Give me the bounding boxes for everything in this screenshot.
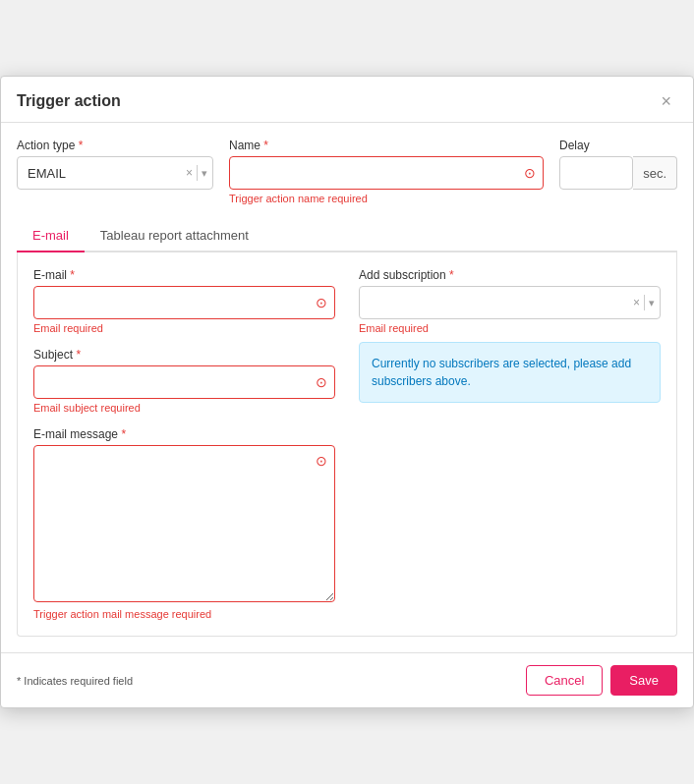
delay-unit: sec. [633, 156, 677, 190]
email-input-wrapper: ⊙ [33, 286, 335, 319]
action-type-select[interactable]: EMAIL [17, 156, 213, 190]
subscription-chevron-icon[interactable]: ▾ [649, 297, 655, 309]
modal-footer: * Indicates required field Cancel Save [1, 652, 693, 707]
subscription-clear-icon[interactable]: × [633, 296, 640, 309]
name-label: Name * [229, 139, 544, 152]
email-label: E-mail * [33, 268, 335, 282]
subject-input-wrapper: ⊙ [33, 365, 335, 399]
delay-label: Delay [559, 139, 677, 152]
subject-input[interactable] [33, 365, 335, 399]
subject-field-group: Subject * ⊙ Email subject required [33, 348, 335, 414]
required-note: * Indicates required field [17, 675, 133, 687]
card-columns: E-mail * ⊙ Email required [33, 268, 661, 620]
name-group: Name * ⊙ Trigger action name required [229, 139, 544, 204]
subscription-select[interactable] [359, 286, 661, 319]
modal-header: Trigger action × [1, 77, 693, 123]
message-textarea-wrapper: ⊙ [33, 445, 335, 605]
name-input-wrapper: ⊙ [229, 156, 544, 190]
required-star: * [79, 139, 84, 152]
select-divider [197, 165, 198, 181]
cancel-button[interactable]: Cancel [526, 665, 603, 696]
message-error-text: Trigger action mail message required [33, 608, 335, 620]
action-type-group: Action type * EMAIL × ▾ [17, 139, 213, 190]
email-error-text: Email required [33, 322, 335, 334]
trigger-action-modal: Trigger action × Action type * EMAIL × ▾ [0, 76, 694, 708]
footer-buttons: Cancel Save [526, 665, 677, 696]
chevron-down-icon[interactable]: ▾ [202, 167, 207, 180]
email-input[interactable] [33, 286, 335, 319]
subscription-field-group: Add subscription * × ▾ [359, 268, 661, 334]
modal-title: Trigger action [17, 92, 121, 110]
name-error-text: Trigger action name required [229, 193, 544, 204]
name-input[interactable] [229, 156, 544, 190]
message-textarea[interactable] [33, 445, 335, 602]
card-body: E-mail * ⊙ Email required [17, 252, 677, 637]
delay-input[interactable] [559, 156, 633, 190]
tab-email[interactable]: E-mail [17, 220, 85, 252]
message-field-group: E-mail message * ⊙ Trigger action mail m… [33, 427, 335, 620]
clear-icon[interactable]: × [186, 166, 193, 180]
action-type-select-wrapper[interactable]: EMAIL × ▾ [17, 156, 213, 190]
subscription-error-text: Email required [359, 322, 661, 334]
subscription-select-wrapper[interactable]: × ▾ [359, 286, 661, 319]
tabs: E-mail Tableau report attachment [17, 220, 677, 252]
message-label: E-mail message * [33, 427, 335, 441]
action-type-label: Action type * [17, 139, 213, 152]
subscription-controls: × ▾ [633, 286, 661, 319]
email-field-group: E-mail * ⊙ Email required [33, 268, 335, 334]
info-box: Currently no subscribers are selected, p… [359, 342, 661, 403]
required-star: * [263, 139, 268, 152]
subject-error-text: Email subject required [33, 402, 335, 414]
subscription-label: Add subscription * [359, 268, 661, 282]
delay-group: Delay sec. [559, 139, 677, 190]
tabs-container: E-mail Tableau report attachment E-mail [17, 220, 677, 637]
select-controls: × ▾ [186, 156, 213, 190]
tab-tableau[interactable]: Tableau report attachment [85, 220, 264, 252]
save-button[interactable]: Save [610, 665, 677, 696]
delay-wrapper: sec. [559, 156, 677, 190]
subscription-divider [644, 295, 645, 310]
subject-label: Subject * [33, 348, 335, 362]
left-column: E-mail * ⊙ Email required [33, 268, 335, 620]
modal-body: Action type * EMAIL × ▾ Name * [1, 123, 693, 652]
right-column: Add subscription * × ▾ [359, 268, 661, 620]
close-button[interactable]: × [655, 90, 677, 112]
top-row: Action type * EMAIL × ▾ Name * [17, 139, 677, 204]
